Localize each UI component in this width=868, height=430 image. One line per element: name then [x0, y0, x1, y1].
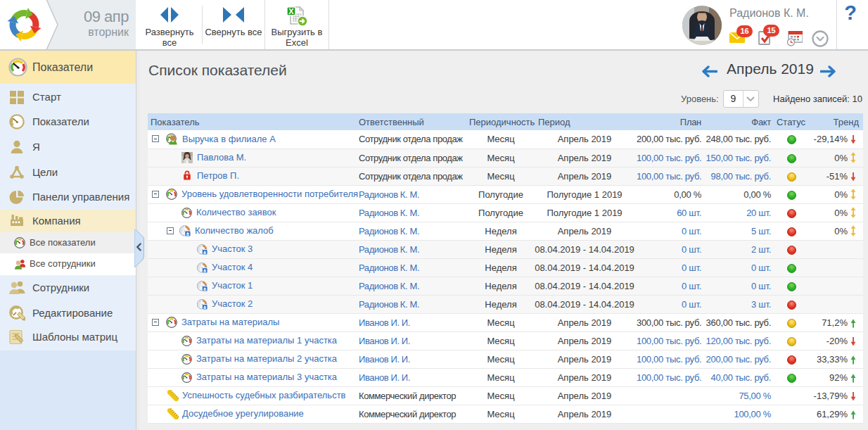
svg-text:X: X: [288, 7, 294, 15]
